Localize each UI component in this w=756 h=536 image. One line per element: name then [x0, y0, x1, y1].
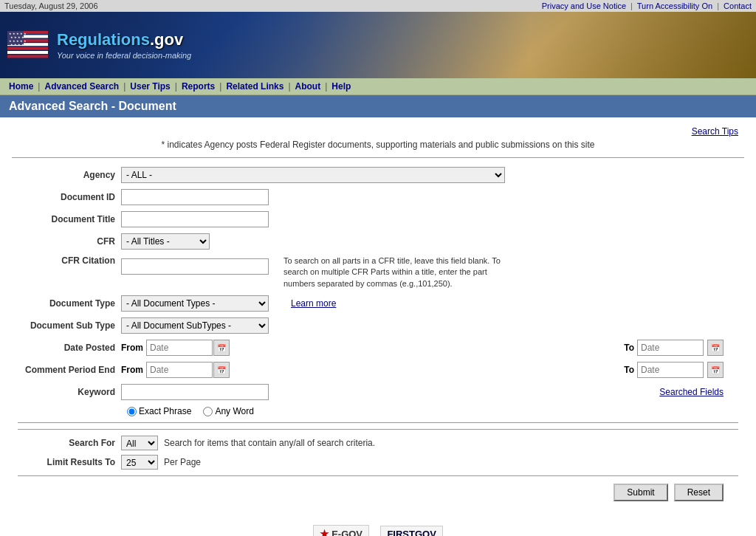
cfr-citation-control-area: To search on all parts in a CFR title, l…: [121, 255, 505, 289]
page-title-bar: Advanced Search - Document: [0, 95, 756, 117]
document-id-control: [121, 189, 738, 205]
nav-about[interactable]: About: [292, 81, 324, 92]
date-posted-to-calendar-button[interactable]: 📅: [707, 340, 724, 356]
document-type-select[interactable]: - All Document Types -: [121, 295, 269, 312]
page-title: Advanced Search - Document: [9, 100, 176, 112]
searched-fields-link[interactable]: Searched Fields: [659, 387, 724, 397]
firstgov-badge: FIRSTGOV: [380, 526, 442, 536]
buttons-row: Submit Reset: [18, 475, 738, 509]
footer-logos: ★ E-GOV FIRSTGOV: [0, 518, 756, 536]
date-posted-to-label: To: [624, 343, 634, 353]
cfr-citation-label: CFR Citation: [18, 255, 121, 266]
comment-from-label: From: [121, 365, 143, 375]
search-tips-link[interactable]: Search Tips: [692, 126, 738, 137]
limit-results-row: Limit Results To 25 10 50 100 Per Page: [18, 455, 738, 470]
nav-bar: Home | Advanced Search | User Tips | Rep…: [0, 78, 756, 95]
agency-control: - ALL -: [121, 167, 738, 183]
document-title-control: [121, 211, 738, 227]
comment-period-label: Comment Period End: [18, 365, 121, 375]
nav-home[interactable]: Home: [6, 81, 36, 92]
any-word-text: Any Word: [215, 406, 253, 416]
document-subtype-row: Document Sub Type - All Document SubType…: [18, 317, 738, 334]
document-subtype-select[interactable]: - All Document SubTypes -: [121, 317, 269, 334]
search-for-select[interactable]: All Any: [121, 436, 158, 450]
cfr-citation-row: CFR Citation To search on all parts in a…: [18, 255, 738, 289]
search-for-description: Search for items that contain any/all of…: [164, 438, 375, 448]
reset-button[interactable]: Reset: [674, 484, 724, 501]
learn-more-link[interactable]: Learn more: [291, 298, 336, 309]
top-bar: Tuesday, August 29, 2006 Privacy and Use…: [0, 0, 756, 12]
nav-reports[interactable]: Reports: [179, 81, 218, 92]
privacy-link[interactable]: Privacy and Use Notice: [542, 1, 626, 10]
date-posted-label: Date Posted: [18, 343, 121, 353]
nav-advanced-search[interactable]: Advanced Search: [41, 81, 122, 92]
comment-period-row: Comment Period End From 📅 To 📅: [18, 362, 738, 378]
search-for-section: Search For All Any Search for items that…: [18, 429, 738, 470]
date-posted-from-calendar-button[interactable]: 📅: [213, 340, 230, 356]
svg-rect-6: [7, 55, 48, 58]
form-area: Agency - ALL - Document ID Document Titl…: [12, 164, 744, 512]
search-for-label: Search For: [18, 438, 121, 448]
comment-period-to-calendar-button[interactable]: 📅: [707, 362, 724, 378]
exact-phrase-label[interactable]: Exact Phrase: [127, 406, 191, 416]
agency-row: Agency - ALL -: [18, 167, 738, 183]
document-title-row: Document Title: [18, 211, 738, 227]
info-line: * indicates Agency posts Federal Registe…: [12, 140, 744, 150]
nav-help[interactable]: Help: [329, 81, 354, 92]
any-word-radio[interactable]: [203, 407, 213, 416]
contact-link[interactable]: Contact: [724, 1, 752, 10]
document-type-label: Document Type: [18, 298, 121, 309]
date-display: Tuesday, August 29, 2006: [4, 1, 98, 10]
accessibility-link[interactable]: Turn Accessibility On: [637, 1, 712, 10]
cfr-select[interactable]: - All Titles -: [121, 233, 210, 250]
top-divider: [12, 157, 744, 158]
svg-rect-4: [7, 47, 48, 50]
cfr-label: CFR: [18, 236, 121, 247]
document-id-label: Document ID: [18, 192, 121, 202]
limit-results-label: Limit Results To: [18, 457, 121, 467]
comment-period-from-input[interactable]: [146, 362, 213, 378]
date-posted-to-section: To 📅: [624, 340, 738, 356]
comment-period-to-section: To 📅: [624, 362, 738, 378]
cfr-control: - All Titles -: [121, 233, 738, 250]
per-page-text: Per Page: [164, 457, 201, 467]
keyword-input[interactable]: [121, 384, 269, 400]
agency-select[interactable]: - ALL -: [121, 167, 505, 183]
firstgov-text: FIRSTGOV: [387, 529, 436, 536]
document-type-control: - All Document Types - Learn more: [121, 295, 738, 312]
cfr-row: CFR - All Titles -: [18, 233, 738, 250]
date-posted-from-input[interactable]: [146, 340, 213, 356]
flag-icon: ★ ★ ★ ★ ★ ★ ★ ★ ★ ★ ★ ★ ★ ★ ★ ★ ★ ★: [7, 31, 48, 59]
submit-button[interactable]: Submit: [614, 484, 667, 501]
date-posted-to-input[interactable]: [637, 340, 704, 356]
document-subtype-control: - All Document SubTypes -: [121, 317, 738, 334]
cfr-helper-text: To search on all parts in a CFR title, l…: [284, 255, 505, 289]
egov-star-icon: ★: [320, 528, 329, 536]
document-title-label: Document Title: [18, 214, 121, 224]
any-word-label[interactable]: Any Word: [203, 406, 253, 416]
header-banner: ★ ★ ★ ★ ★ ★ ★ ★ ★ ★ ★ ★ ★ ★ ★ ★ ★ ★ Regu…: [0, 12, 756, 78]
exact-phrase-radio[interactable]: [127, 407, 137, 416]
document-title-input[interactable]: [121, 211, 269, 227]
document-subtype-label: Document Sub Type: [18, 320, 121, 331]
logo-area: Regulations.gov Your voice in federal de…: [48, 24, 200, 66]
nav-related-links[interactable]: Related Links: [223, 81, 286, 92]
comment-period-from-calendar-button[interactable]: 📅: [213, 362, 230, 378]
comment-period-to-input[interactable]: [637, 362, 704, 378]
comment-period-to-label: To: [624, 365, 634, 375]
learn-more-area: Learn more: [291, 298, 336, 309]
document-type-row: Document Type - All Document Types - Lea…: [18, 295, 738, 312]
egov-text: E-GOV: [331, 529, 362, 536]
keyword-control: Searched Fields: [121, 384, 738, 400]
document-id-input[interactable]: [121, 189, 269, 205]
logo-text: Regulations.gov: [57, 30, 191, 49]
keyword-label: Keyword: [18, 387, 121, 397]
document-id-row: Document ID: [18, 189, 738, 205]
exact-phrase-text: Exact Phrase: [139, 406, 191, 416]
nav-user-tips[interactable]: User Tips: [127, 81, 173, 92]
logo-tagline: Your voice in federal decision-making: [57, 51, 191, 60]
limit-results-select[interactable]: 25 10 50 100: [121, 455, 158, 470]
date-posted-row: Date Posted From 📅 To 📅: [18, 340, 738, 356]
cfr-citation-input[interactable]: [121, 258, 269, 275]
agency-label: Agency: [18, 170, 121, 180]
